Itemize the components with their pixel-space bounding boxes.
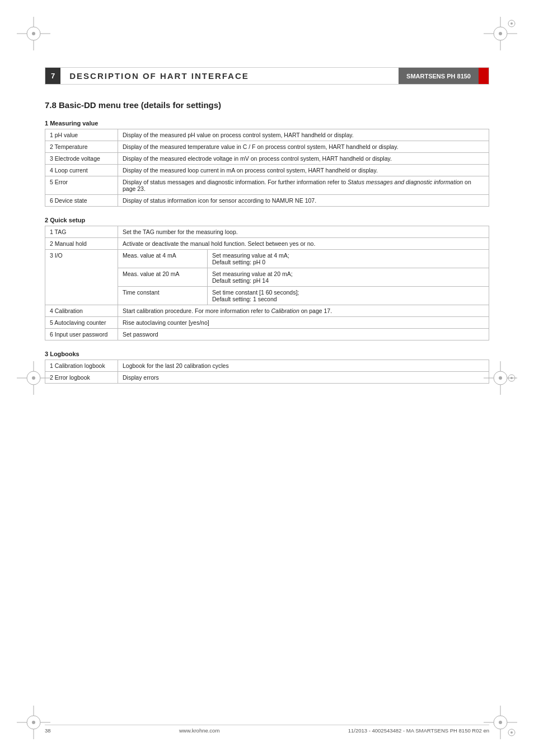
corner-mark-ml: [17, 361, 50, 395]
footer-page-num: 38: [45, 727, 51, 734]
table-row: 4 Calibration Start calibration procedur…: [45, 305, 489, 317]
row-desc: Logbook for the last 20 calibration cycl…: [118, 360, 489, 372]
table-row: 1 pH value Display of the measured pH va…: [45, 129, 489, 141]
table-row: 5 Autoclaving counter Rise autoclaving c…: [45, 317, 489, 329]
row-key: 6 Device state: [45, 195, 118, 207]
main-content: 7.8 Basic-DD menu tree (details for sett…: [45, 100, 489, 384]
header-bar: [479, 68, 489, 84]
corner-mark-tl: [17, 17, 50, 50]
svg-point-7: [499, 32, 502, 35]
quick-setup-table: 1 TAG Set the TAG number for the measuri…: [45, 226, 489, 340]
row-key: 2 Manual hold: [45, 238, 118, 250]
row-desc: Activate or deactivate the manual hold f…: [118, 238, 489, 250]
measuring-value-label: 1 Measuring value: [45, 120, 489, 127]
row-desc: Rise autoclaving counter [yes/no]: [118, 317, 489, 329]
corner-mark-mr: [484, 361, 517, 395]
svg-point-13: [510, 22, 513, 25]
sub-key: Time constant: [118, 287, 208, 305]
svg-point-41: [510, 377, 513, 379]
measuring-value-table: 1 pH value Display of the measured pH va…: [45, 129, 489, 207]
sub-key: Meas. value at 4 mA: [118, 250, 208, 268]
svg-point-27: [510, 731, 513, 734]
corner-mark-br: [484, 706, 517, 739]
logbooks-table: 1 Calibration logbook Logbook for the la…: [45, 360, 489, 384]
row-desc: Display of status messages and diagnosti…: [118, 176, 489, 195]
quick-setup-label: 2 Quick setup: [45, 217, 489, 223]
row-desc: Set the TAG number for the measuring loo…: [118, 226, 489, 238]
svg-point-29: [32, 376, 35, 380]
row-key: 2 Error logbook: [45, 372, 118, 384]
row-key: 4 Calibration: [45, 305, 118, 317]
page-footer: 38 www.krohne.com 11/2013 - 4002543482 -…: [45, 725, 489, 734]
logbooks-label: 3 Logbooks: [45, 351, 489, 357]
svg-point-21: [499, 721, 502, 724]
sub-desc: Set measuring value at 4 mA;Default sett…: [208, 250, 489, 268]
row-desc: Start calibration procedure. For more in…: [118, 305, 489, 317]
row-key: 5 Autoclaving counter: [45, 317, 118, 329]
table-row: 6 Device state Display of status informa…: [45, 195, 489, 207]
svg-point-35: [499, 376, 502, 380]
table-row: 1 Calibration logbook Logbook for the la…: [45, 360, 489, 372]
table-row: 4 Loop current Display of the measured l…: [45, 165, 489, 176]
table-row: 3 Electrode voltage Display of the measu…: [45, 153, 489, 165]
row-desc: Display errors: [118, 372, 489, 384]
row-key: 6 Input user password: [45, 329, 118, 340]
header-title: DESCRIPTION OF HART INTERFACE: [60, 68, 399, 84]
corner-mark-bl: [17, 706, 50, 739]
sub-key: Meas. value at 20 mA: [118, 268, 208, 287]
row-desc: Set password: [118, 329, 489, 340]
corner-mark-tr: [484, 17, 517, 50]
row-desc: Display of the measured pH value on proc…: [118, 129, 489, 141]
row-key: 4 Loop current: [45, 165, 118, 176]
table-row: 6 Input user password Set password: [45, 329, 489, 340]
header-product: SMARTSENS PH 8150: [399, 68, 479, 84]
section-heading: 7.8 Basic-DD menu tree (details for sett…: [45, 100, 489, 110]
row-desc: Display of the measured loop current in …: [118, 165, 489, 176]
footer-doc-info: 11/2013 - 4002543482 - MA SMARTSENS PH 8…: [348, 727, 489, 734]
section-number: 7: [45, 68, 60, 84]
sub-desc: Set measuring value at 20 mA;Default set…: [208, 268, 489, 287]
sub-desc: Set time constant [1 60 seconds];Default…: [208, 287, 489, 305]
svg-point-15: [32, 721, 35, 724]
row-desc: Display of the measured electrode voltag…: [118, 153, 489, 165]
table-row: 2 Manual hold Activate or deactivate the…: [45, 238, 489, 250]
row-key: 1 pH value: [45, 129, 118, 141]
row-key: 1 Calibration logbook: [45, 360, 118, 372]
row-desc: Display of status information icon for s…: [118, 195, 489, 207]
table-row: 1 TAG Set the TAG number for the measuri…: [45, 226, 489, 238]
row-key: 3 I/O: [45, 250, 118, 305]
table-row: 3 I/O Meas. value at 4 mA Set measuring …: [45, 250, 489, 268]
footer-website: www.krohne.com: [179, 727, 219, 734]
row-desc: Display of the measured temperature valu…: [118, 141, 489, 153]
row-key: 1 TAG: [45, 226, 118, 238]
svg-point-1: [32, 32, 35, 35]
row-key: 5 Error: [45, 176, 118, 195]
row-key: 3 Electrode voltage: [45, 153, 118, 165]
table-row: 2 Temperature Display of the measured te…: [45, 141, 489, 153]
table-row: 2 Error logbook Display errors: [45, 372, 489, 384]
table-row: 5 Error Display of status messages and d…: [45, 176, 489, 195]
page-header: 7 DESCRIPTION OF HART INTERFACE SMARTSEN…: [45, 67, 489, 85]
row-key: 2 Temperature: [45, 141, 118, 153]
